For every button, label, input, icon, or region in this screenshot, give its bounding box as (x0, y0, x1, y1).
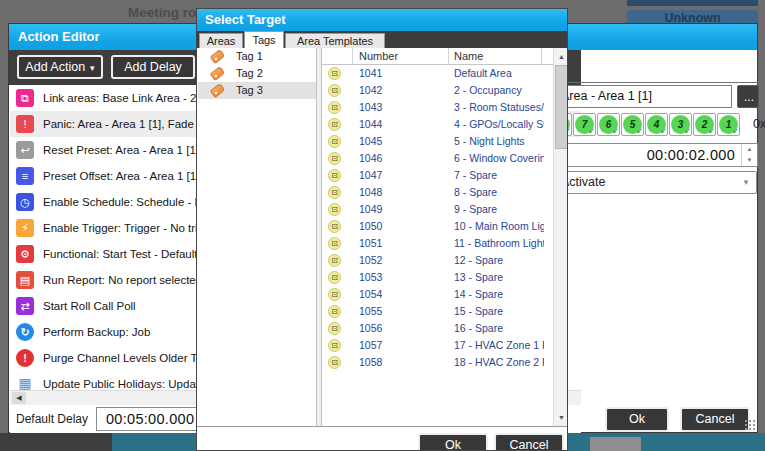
vertical-scrollbar[interactable]: ▲ ▼ (553, 48, 568, 426)
channel-toggle-7[interactable]: 7✓ (573, 113, 596, 136)
arrows-icon: ⇄ (16, 297, 34, 315)
action-editor-cancel-button[interactable]: Cancel (680, 407, 750, 432)
area-number: 1044 (359, 116, 382, 133)
check-icon: ✓ (588, 127, 595, 136)
gear-icon: ⚙ (16, 245, 34, 263)
resize-grip[interactable] (744, 419, 756, 431)
area-icon: ⊡ (328, 169, 341, 182)
add-delay-button[interactable]: Add Delay (111, 55, 195, 79)
table-row[interactable]: ⊡10466 - Window Covering (322, 150, 553, 167)
table-row[interactable]: ⊡10433 - Room Statuses/Do (322, 99, 553, 116)
scroll-up-icon[interactable]: ▲ (555, 49, 568, 64)
area-name: 12 - Spare (454, 252, 544, 269)
select-target-dialog: Select Target AreasTagsArea Templates Nu… (196, 8, 568, 451)
chevron-down-icon: ▾ (90, 63, 95, 73)
tab-tags[interactable]: Tags (244, 31, 284, 48)
table-row[interactable]: ⊡105212 - Spare (322, 252, 553, 269)
browse-button[interactable]: ... (737, 85, 759, 108)
area-number: 1042 (359, 82, 382, 99)
area-icon: ⊡ (328, 356, 341, 369)
target-input[interactable]: Area - Area 1 [1] (555, 85, 732, 108)
time-spinner[interactable]: ▲▼ (741, 144, 757, 166)
table-row[interactable]: ⊡105313 - Spare (322, 269, 553, 286)
tag-row-3[interactable]: Tag 3 (198, 82, 316, 99)
area-icon: ⊡ (328, 237, 341, 250)
action-editor-ok-button[interactable]: Ok (605, 407, 669, 432)
select-target-cancel-button[interactable]: Cancel (494, 433, 564, 451)
column-header-number[interactable]: Number (359, 48, 398, 64)
alert-icon: ! (16, 115, 34, 133)
table-row[interactable]: ⊡105111 - Bathroom Lightin (322, 235, 553, 252)
check-icon: ✓ (612, 127, 619, 136)
area-icon: ⊡ (328, 339, 341, 352)
table-row[interactable]: ⊡105616 - Spare (322, 320, 553, 337)
fade-time-value: 00:00:02.000 (647, 144, 735, 166)
area-number: 1045 (359, 133, 382, 150)
table-row[interactable]: ⊡10422 - Occupancy (322, 82, 553, 99)
area-number: 1053 (359, 269, 382, 286)
table-header: Number Name (322, 48, 553, 65)
area-number: 1055 (359, 303, 382, 320)
tag-label: Tag 2 (236, 65, 263, 82)
channel-toggle-5[interactable]: 5✓ (621, 113, 644, 136)
spinner-down-icon[interactable]: ▼ (742, 155, 757, 166)
table-row[interactable]: ⊡105515 - Spare (322, 303, 553, 320)
background-bottom-dark (0, 433, 112, 451)
scroll-down-icon[interactable]: ▼ (555, 410, 568, 425)
area-icon: ⊡ (328, 67, 341, 80)
area-number: 1043 (359, 99, 382, 116)
refresh-icon: ↻ (16, 323, 34, 341)
footer-divider (197, 426, 568, 427)
clock-icon: ◷ (16, 193, 34, 211)
area-name: 7 - Spare (454, 167, 544, 184)
area-name: 6 - Window Covering (454, 150, 544, 167)
scroll-left-icon[interactable]: ◀ (12, 392, 26, 404)
check-icon: ✓ (660, 127, 667, 136)
chevron-down-icon: ▼ (742, 172, 750, 193)
undo-icon: ↩ (16, 141, 34, 159)
area-name: Default Area (454, 65, 544, 82)
channel-toggle-1[interactable]: 1✓ (717, 113, 740, 136)
tab-areas[interactable]: Areas (199, 33, 243, 48)
area-name: 3 - Room Statuses/Do (454, 99, 544, 116)
select-target-titlebar[interactable]: Select Target (197, 9, 567, 31)
table-row[interactable]: ⊡105818 - HVAC Zone 2 Fan (322, 354, 553, 371)
column-header-name[interactable]: Name (454, 48, 483, 64)
channel-toggle-2[interactable]: 2✓ (693, 113, 716, 136)
table-row[interactable]: ⊡10444 - GPOs/Locally Swit (322, 116, 553, 133)
area-number: 1052 (359, 252, 382, 269)
action-mode-select[interactable]: Activate ▼ (555, 171, 757, 194)
spinner-up-icon[interactable]: ▲ (742, 144, 757, 155)
default-delay-label: Default Delay (16, 405, 88, 433)
add-action-button[interactable]: Add Action▾ (17, 55, 103, 79)
scrollbar-thumb[interactable] (555, 65, 568, 149)
table-row[interactable]: ⊡10499 - Spare (322, 201, 553, 218)
tab-area-templates[interactable]: Area Templates (285, 33, 385, 48)
select-target-ok-button[interactable]: Ok (418, 433, 488, 451)
area-name: 13 - Spare (454, 269, 544, 286)
add-action-label: Add Action (25, 60, 85, 74)
tag-row-1[interactable]: Tag 1 (198, 48, 316, 65)
table-row[interactable]: ⊡10488 - Spare (322, 184, 553, 201)
area-name: 16 - Spare (454, 320, 544, 337)
area-number: 1056 (359, 320, 382, 337)
channel-toggle-3[interactable]: 3✓ (669, 113, 692, 136)
table-row[interactable]: ⊡105010 - Main Room Ligh (322, 218, 553, 235)
panel-divider (549, 82, 758, 83)
channel-toggle-6[interactable]: 6✓ (597, 113, 620, 136)
check-icon: ✓ (684, 127, 691, 136)
table-row[interactable]: ⊡1041Default Area (322, 65, 553, 82)
link-icon: ⧉ (16, 89, 34, 107)
table-row[interactable]: ⊡10455 - Night Lights (322, 133, 553, 150)
tag-label: Tag 1 (236, 48, 263, 65)
area-number: 1051 (359, 235, 382, 252)
area-icon: ⊡ (328, 288, 341, 301)
tag-row-2[interactable]: Tag 2 (198, 65, 316, 82)
fade-time-input[interactable]: 00:00:02.000 ▲▼ (555, 143, 758, 167)
table-row[interactable]: ⊡105717 - HVAC Zone 1 Fan (322, 337, 553, 354)
table-row[interactable]: ⊡105414 - Spare (322, 286, 553, 303)
area-icon: ⊡ (328, 84, 341, 97)
channel-toggle-4[interactable]: 4✓ (645, 113, 668, 136)
table-row[interactable]: ⊡10477 - Spare (322, 167, 553, 184)
channel-mask-label: 0xFF (753, 113, 765, 136)
